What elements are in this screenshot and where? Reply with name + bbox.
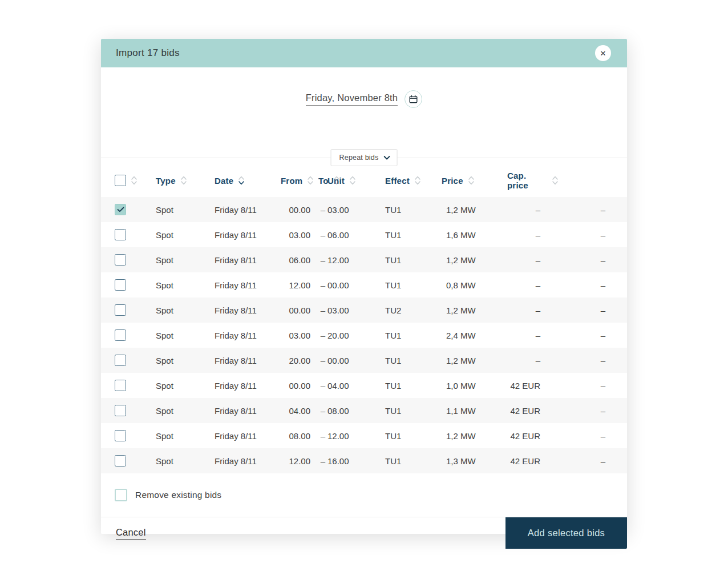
cell-type: Spot xyxy=(156,255,215,265)
remove-existing-label: Remove existing bids xyxy=(135,490,221,500)
import-bids-dialog: Import 17 bids × Friday, November 8th Re… xyxy=(101,39,627,534)
cell-type: Spot xyxy=(156,230,215,240)
column-header-label[interactable]: From xyxy=(281,176,302,186)
sort-icon[interactable] xyxy=(307,175,314,186)
cell-cap-price: – xyxy=(559,255,627,265)
cell-to: 03.00 xyxy=(327,305,385,315)
cell-date: Friday 8/11 xyxy=(215,280,281,290)
cell-unit: TU1 xyxy=(385,381,442,391)
cell-type: Spot xyxy=(156,331,215,340)
cell-date: Friday 8/11 xyxy=(215,356,281,365)
column-header-price: Price xyxy=(442,175,507,186)
cell-price: – xyxy=(507,356,559,365)
row-select-checkbox[interactable] xyxy=(115,380,126,391)
cell-unit: TU1 xyxy=(385,431,442,441)
cell-effect: 1,2 MW xyxy=(442,305,507,315)
cell-to: 06.00 xyxy=(327,230,385,240)
row-select-checkbox[interactable] xyxy=(115,254,126,266)
date-section: Friday, November 8th Repeat bids xyxy=(101,67,627,158)
cell-to: 20.00 xyxy=(327,331,385,340)
cell-from: 00.00 xyxy=(281,205,318,215)
table-row: Spot Friday 8/11 12.00 – 00.00 TU1 0,8 M… xyxy=(101,272,627,297)
row-select-checkbox[interactable] xyxy=(115,355,126,366)
cell-type: Spot xyxy=(156,431,215,441)
dialog-title: Import 17 bids xyxy=(116,47,595,59)
cell-unit: TU1 xyxy=(385,456,442,466)
column-header-effect: Effect xyxy=(385,175,442,186)
remove-existing-checkbox[interactable] xyxy=(115,489,127,501)
cell-price: – xyxy=(507,230,559,240)
column-header-cap_price: Cap. price xyxy=(507,171,559,190)
calendar-button[interactable] xyxy=(405,90,422,108)
range-separator: – xyxy=(318,331,327,340)
cell-effect: 1,2 MW xyxy=(442,356,507,365)
add-selected-bids-button[interactable]: Add selected bids xyxy=(505,517,627,549)
sort-icon[interactable] xyxy=(180,175,187,186)
cell-effect: 1,6 MW xyxy=(442,230,507,240)
row-select-checkbox[interactable] xyxy=(115,304,126,316)
sort-icon[interactable] xyxy=(131,175,137,186)
remove-existing-section: Remove existing bids xyxy=(101,473,627,517)
cell-from: 12.00 xyxy=(281,280,318,290)
cell-unit: TU1 xyxy=(385,406,442,416)
cell-date: Friday 8/11 xyxy=(215,456,281,466)
column-header-label[interactable]: To xyxy=(318,176,329,186)
dialog-footer: Cancel Add selected bids xyxy=(101,517,627,549)
table-row: Spot Friday 8/11 08.00 – 12.00 TU1 1,2 M… xyxy=(101,423,627,448)
column-header-label[interactable]: Cap. price xyxy=(507,171,547,190)
sort-icon[interactable] xyxy=(238,175,245,186)
range-separator: – xyxy=(318,280,327,290)
column-header-label[interactable]: Unit xyxy=(327,176,345,186)
row-select-checkbox[interactable] xyxy=(115,229,126,240)
table-row: Spot Friday 8/11 12.00 – 16.00 TU1 1,3 M… xyxy=(101,448,627,473)
row-select-checkbox[interactable] xyxy=(115,430,126,441)
column-header-label[interactable]: Type xyxy=(156,176,176,186)
cell-cap-price: – xyxy=(559,280,627,290)
cell-type: Spot xyxy=(156,381,215,391)
cell-date: Friday 8/11 xyxy=(215,305,281,315)
cell-to: 00.00 xyxy=(327,356,385,365)
repeat-bids-dropdown[interactable]: Repeat bids xyxy=(331,149,398,166)
row-select-checkbox[interactable] xyxy=(115,204,126,215)
range-separator: – xyxy=(318,456,327,466)
close-button[interactable]: × xyxy=(595,45,611,61)
row-select-checkbox[interactable] xyxy=(115,405,126,416)
column-header-label[interactable]: Effect xyxy=(385,176,410,186)
cell-unit: TU1 xyxy=(385,230,442,240)
cell-to: 04.00 xyxy=(327,381,385,391)
row-select-checkbox[interactable] xyxy=(115,279,126,291)
close-icon: × xyxy=(600,49,606,58)
select-all-checkbox[interactable] xyxy=(115,175,126,186)
cell-cap-price: – xyxy=(559,456,627,466)
dialog-header: Import 17 bids × xyxy=(101,39,627,67)
column-header-label[interactable]: Price xyxy=(442,176,463,186)
cell-price: – xyxy=(507,280,559,290)
cell-to: 00.00 xyxy=(327,280,385,290)
cell-effect: 1,1 MW xyxy=(442,406,507,416)
sort-icon[interactable] xyxy=(552,175,559,186)
sort-icon[interactable] xyxy=(349,175,356,186)
sort-icon[interactable] xyxy=(468,175,475,186)
cell-effect: 1,2 MW xyxy=(442,431,507,441)
table-row: Spot Friday 8/11 00.00 – 04.00 TU1 1,0 M… xyxy=(101,373,627,398)
column-header-type: Type xyxy=(156,175,215,186)
bids-table: Type Date From To Unit Effect Price Cap.… xyxy=(101,158,627,473)
range-separator: – xyxy=(318,356,327,365)
range-separator: – xyxy=(318,230,327,240)
table-row: Spot Friday 8/11 20.00 – 00.00 TU1 1,2 M… xyxy=(101,348,627,373)
row-select-checkbox[interactable] xyxy=(115,329,126,341)
cell-date: Friday 8/11 xyxy=(215,381,281,391)
column-header-label[interactable]: Date xyxy=(215,176,233,186)
cell-to: 08.00 xyxy=(327,406,385,416)
cell-from: 00.00 xyxy=(281,305,318,315)
date-picker-link[interactable]: Friday, November 8th xyxy=(306,93,398,106)
cell-date: Friday 8/11 xyxy=(215,331,281,340)
cell-price: 42 EUR xyxy=(507,456,559,466)
sort-icon[interactable] xyxy=(414,175,421,186)
cell-price: 42 EUR xyxy=(507,431,559,441)
cell-type: Spot xyxy=(156,406,215,416)
row-select-checkbox[interactable] xyxy=(115,455,126,467)
column-header-to: To xyxy=(318,175,327,186)
column-header-unit: Unit xyxy=(327,175,385,186)
cancel-button[interactable]: Cancel xyxy=(116,527,146,540)
